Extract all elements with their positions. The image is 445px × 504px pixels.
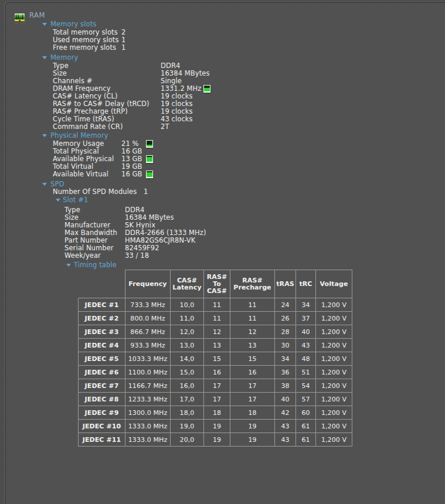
info-label: Serial Number xyxy=(64,244,114,252)
table-cell: 800.0 MHz xyxy=(125,312,171,325)
table-cell: 57 xyxy=(296,393,316,406)
table-row: JEDEC #10 1333.0 MHz 19,0 19 19 43 61 1,… xyxy=(79,420,352,433)
table-cell: 10,0 xyxy=(171,298,204,312)
content-area: RAM Memory slots Total memory slots 2 Us… xyxy=(0,0,445,504)
table-cell: 11,0 xyxy=(171,312,204,325)
table-row-header: JEDEC #1 xyxy=(79,298,125,312)
table-cell: 43 xyxy=(296,339,316,352)
info-value: 2T xyxy=(161,123,169,131)
table-cell: 24 xyxy=(275,298,296,312)
table-cell: 12 xyxy=(204,325,230,339)
table-cell: 1,200 V xyxy=(316,420,352,433)
table-row: JEDEC #5 1033.3 MHz 14,0 15 15 34 48 1,2… xyxy=(79,352,352,366)
collapse-arrow-icon xyxy=(42,56,47,59)
table-row-header: JEDEC #2 xyxy=(79,312,125,325)
info-row: Channels # Single xyxy=(0,77,445,85)
info-label: Max Bandwidth xyxy=(64,229,117,237)
section-header-memory-slots[interactable]: Memory slots xyxy=(0,21,445,28)
info-row: Manufacturer SK Hynix xyxy=(0,222,445,229)
info-row: DRAM Frequency 1331.2 MHz xyxy=(0,85,445,93)
table-row-header: JEDEC #7 xyxy=(79,379,125,393)
level-gauge-icon xyxy=(146,140,153,148)
table-row: JEDEC #3 866.7 MHz 12,0 12 12 28 40 1,20… xyxy=(79,325,352,339)
table-cell: 60 xyxy=(296,406,316,420)
table-cell: 34 xyxy=(296,298,316,312)
table-cell: 20,0 xyxy=(171,433,204,447)
table-cell: 11 xyxy=(204,312,230,325)
section-header-slot-1[interactable]: Slot #1 xyxy=(0,196,445,204)
table-cell: 12 xyxy=(230,325,275,339)
section-header-physical-memory[interactable]: Physical Memory xyxy=(0,132,445,139)
info-value: Single xyxy=(161,77,182,85)
collapse-arrow-icon xyxy=(42,134,47,137)
info-label: Week/year xyxy=(64,252,101,260)
collapse-arrow-icon xyxy=(66,264,71,267)
table-cell: 1033.3 MHz xyxy=(125,352,171,366)
table-cell: 17 xyxy=(204,393,230,406)
section-header-memory[interactable]: Memory xyxy=(0,54,445,62)
table-cell: 733.3 MHz xyxy=(125,298,171,312)
table-cell: 17 xyxy=(204,379,230,393)
table-row-header: JEDEC #11 xyxy=(79,433,125,447)
info-row: CAS# Latency (CL) 19 clocks xyxy=(0,93,445,100)
table-row: JEDEC #1 733.3 MHz 10,0 11 11 24 34 1,20… xyxy=(79,298,352,312)
table-cell: 17,0 xyxy=(171,393,204,406)
table-cell: 18 xyxy=(230,406,275,420)
table-cell: 37 xyxy=(296,312,316,325)
info-label: Size xyxy=(64,214,79,222)
info-value: 33 / 18 xyxy=(125,252,149,260)
table-cell: 1,200 V xyxy=(316,393,352,406)
info-value: DDR4-2666 (1333 MHz) xyxy=(125,229,206,237)
table-cell: 61 xyxy=(296,420,316,433)
table-cell: 28 xyxy=(275,325,296,339)
info-label: Cycle Time (tRAS) xyxy=(53,115,114,123)
speccy-ram-page: RAM Memory slots Total memory slots 2 Us… xyxy=(0,0,445,504)
info-row: Part Number HMA82GS6CJR8N-VK xyxy=(0,237,445,244)
table-cell: 866.7 MHz xyxy=(125,325,171,339)
info-value: 1 xyxy=(144,188,148,196)
table-cell: 26 xyxy=(275,312,296,325)
table-row-header: JEDEC #5 xyxy=(79,352,125,366)
table-cell: 1300.0 MHz xyxy=(125,406,171,420)
info-label: RAS# Precharge (tRP) xyxy=(53,108,128,115)
collapse-arrow-icon xyxy=(42,23,47,26)
table-cell: 1,200 V xyxy=(316,379,352,393)
info-label: Number Of SPD Modules xyxy=(53,188,137,196)
table-cell: 1,200 V xyxy=(316,366,352,379)
table-cell: 11 xyxy=(230,312,275,325)
info-label: DRAM Frequency xyxy=(53,85,111,93)
table-cell: 16,0 xyxy=(171,379,204,393)
table-cell: 19,0 xyxy=(171,420,204,433)
table-cell: 15 xyxy=(204,352,230,366)
info-row: Week/year 33 / 18 xyxy=(0,252,445,260)
table-cell: 1,200 V xyxy=(316,312,352,325)
table-row: JEDEC #8 1233.3 MHz 17,0 17 17 40 57 1,2… xyxy=(79,393,352,406)
table-cell: 19 xyxy=(230,433,275,447)
table-cell: 15,0 xyxy=(171,366,204,379)
table-header-row: Frequency CAS# Latency RAS# To CAS# RAS#… xyxy=(79,270,352,298)
table-cell: 1333.0 MHz xyxy=(125,433,171,447)
info-value: 19 clocks xyxy=(161,93,193,100)
info-row: Size 16384 MBytes xyxy=(0,214,445,222)
table-cell: 30 xyxy=(275,339,296,352)
section-header-spd[interactable]: SPD xyxy=(0,181,445,188)
info-value: 43 clocks xyxy=(161,115,193,123)
info-label: Type xyxy=(64,206,80,214)
table-column-header: Frequency xyxy=(125,270,171,298)
timing-table: Frequency CAS# Latency RAS# To CAS# RAS#… xyxy=(78,270,352,447)
info-label: Manufacturer xyxy=(64,222,110,229)
info-label: Free memory slots xyxy=(53,44,116,52)
info-value: 16 GB xyxy=(121,171,142,178)
table-cell: 19 xyxy=(204,420,230,433)
info-row: Available Virtual 16 GB xyxy=(0,171,445,178)
info-row: Type DDR4 xyxy=(0,62,445,70)
info-row: Command Rate (CR) 2T xyxy=(0,123,445,131)
section-header-timing-table[interactable]: Timing table xyxy=(0,261,445,269)
table-cell: 933.3 MHz xyxy=(125,339,171,352)
table-cell: 1,200 V xyxy=(316,298,352,312)
info-value: SK Hynix xyxy=(125,222,155,229)
level-gauge-icon xyxy=(146,155,153,163)
table-cell: 15 xyxy=(230,352,275,366)
info-label: Available Virtual xyxy=(53,171,108,178)
table-cell: 43 xyxy=(275,433,296,447)
